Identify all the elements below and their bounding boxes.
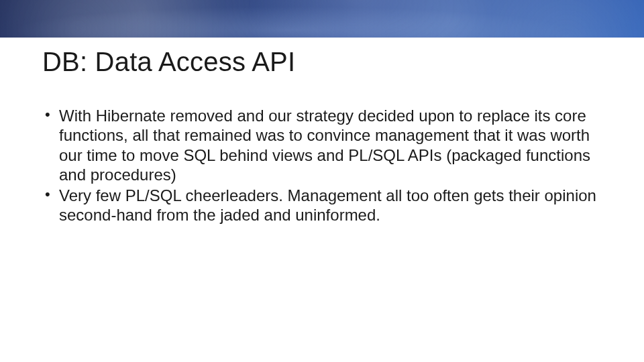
slide-title: DB: Data Access API	[42, 47, 295, 77]
bullet-text: Very few PL/SQL cheerleaders. Management…	[59, 186, 596, 224]
bullet-item: With Hibernate removed and our strategy …	[42, 106, 597, 184]
bullet-text: With Hibernate removed and our strategy …	[59, 107, 590, 184]
slide: DB: Data Access API With Hibernate remov…	[0, 0, 644, 362]
banner-image	[0, 0, 644, 38]
slide-body: With Hibernate removed and our strategy …	[42, 106, 597, 227]
bullet-item: Very few PL/SQL cheerleaders. Management…	[42, 186, 597, 225]
